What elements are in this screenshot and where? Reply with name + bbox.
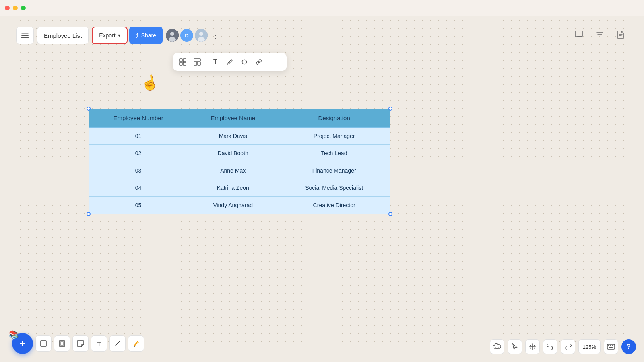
circle-tool-button[interactable] <box>238 56 251 68</box>
svg-point-7 <box>199 32 203 36</box>
selection-handle-tr[interactable] <box>388 107 392 111</box>
svg-point-4 <box>170 32 174 36</box>
cell-designation: Finance Manager <box>278 162 390 179</box>
selection-handle-br[interactable] <box>388 212 392 216</box>
pan-button[interactable] <box>525 339 540 354</box>
avatar-group: D ⋮ <box>166 29 222 42</box>
selection-handle-tl[interactable] <box>87 107 91 111</box>
svg-rect-17 <box>41 341 46 346</box>
help-icon: ? <box>627 343 631 350</box>
svg-point-8 <box>198 37 205 42</box>
more-tools-button[interactable]: ⋮ <box>270 56 283 68</box>
sticker-badge-icon: 📚 <box>9 330 19 339</box>
sticky-note-tool-button[interactable] <box>72 335 89 352</box>
table-row: 01 Mark Davis Project Manager <box>89 128 390 145</box>
table-grid-button[interactable] <box>176 56 189 68</box>
table-row: 05 Vindy Angharad Creative Director <box>89 197 390 214</box>
header-toolbar: Employee List Export ▾ ⤴ Share D <box>16 24 628 47</box>
svg-rect-13 <box>194 59 200 61</box>
toolbar-divider-2 <box>268 58 268 66</box>
cloud-save-button[interactable] <box>490 339 504 354</box>
svg-rect-1 <box>21 35 29 36</box>
selection-handle-bl[interactable] <box>87 212 91 216</box>
redo-button[interactable] <box>561 339 575 354</box>
text-tool-button[interactable]: T <box>209 56 222 68</box>
cell-name: Anne Max <box>188 162 278 179</box>
menu-button[interactable] <box>16 27 34 44</box>
draw-tool-button[interactable] <box>223 56 236 68</box>
avatar-user1 <box>166 29 179 42</box>
table-container: Employee Number Employee Name Designatio… <box>89 109 390 214</box>
table-row: 03 Anne Max Finance Manager <box>89 162 390 179</box>
cell-designation: Tech Lead <box>278 145 390 162</box>
cell-designation: Social Media Specialist <box>278 179 390 197</box>
window-chrome <box>0 0 644 16</box>
line-tool-button[interactable] <box>109 335 126 352</box>
cell-number: 03 <box>89 162 188 179</box>
header-designation: Designation <box>278 109 390 128</box>
zoom-level: 125% <box>578 339 601 354</box>
svg-rect-22 <box>607 344 615 349</box>
cell-number: 02 <box>89 145 188 162</box>
share-button[interactable]: ⤴ Share <box>129 27 163 44</box>
svg-rect-18 <box>59 341 65 346</box>
cell-number: 01 <box>89 128 188 145</box>
svg-rect-19 <box>60 342 64 345</box>
more-options-button[interactable]: ⋮ <box>209 29 222 42</box>
cell-name: David Booth <box>188 145 278 162</box>
header-employee-number: Employee Number <box>89 109 188 128</box>
cell-number: 04 <box>89 179 188 197</box>
svg-rect-25 <box>612 345 613 346</box>
window-close-dot[interactable] <box>5 6 10 10</box>
doc-button[interactable] <box>613 27 628 42</box>
help-button[interactable]: ? <box>621 339 636 354</box>
cursor-pointer: ☝ <box>140 73 161 93</box>
bottom-right-controls: 125% ? <box>490 339 636 354</box>
rectangle-tool-button[interactable] <box>35 335 52 352</box>
text-insert-icon: T <box>97 340 101 347</box>
fab-wrapper: 📚 + <box>12 333 33 354</box>
text-insert-button[interactable]: T <box>91 335 107 352</box>
bottom-toolbar: 📚 + T <box>12 333 144 354</box>
svg-line-20 <box>115 341 120 346</box>
employee-table: Employee Number Employee Name Designatio… <box>89 109 390 214</box>
text-tool-icon: T <box>213 58 217 66</box>
chat-button[interactable] <box>572 27 586 42</box>
export-button[interactable]: Export ▾ <box>92 27 127 44</box>
export-label: Export <box>99 32 115 39</box>
svg-rect-24 <box>610 345 611 346</box>
keyboard-shortcuts-button[interactable] <box>604 339 618 354</box>
more-tools-icon: ⋮ <box>273 58 281 66</box>
svg-rect-12 <box>183 62 186 65</box>
undo-button[interactable] <box>543 339 557 354</box>
cell-designation: Creative Director <box>278 197 390 214</box>
export-chevron-icon: ▾ <box>118 33 120 38</box>
window-minimize-dot[interactable] <box>13 6 18 10</box>
share-icon: ⤴ <box>136 32 139 39</box>
pointer-button[interactable] <box>508 339 522 354</box>
canvas: Employee List Export ▾ ⤴ Share D <box>0 16 644 362</box>
table-header-row: Employee Number Employee Name Designatio… <box>89 109 390 128</box>
svg-rect-23 <box>608 345 609 346</box>
svg-rect-11 <box>180 62 182 65</box>
window-maximize-dot[interactable] <box>21 6 26 10</box>
cell-number: 05 <box>89 197 188 214</box>
table-row: 04 Katrina Zeon Social Media Specialist <box>89 179 390 197</box>
svg-rect-10 <box>183 59 186 62</box>
link-tool-button[interactable] <box>252 56 265 68</box>
svg-rect-14 <box>194 62 197 65</box>
svg-rect-0 <box>21 33 29 34</box>
filter-button[interactable] <box>592 27 607 42</box>
svg-rect-15 <box>198 62 200 65</box>
table-layout-button[interactable] <box>191 56 204 68</box>
frame-tool-button[interactable] <box>54 335 70 352</box>
floating-toolbar: T ⋮ <box>173 53 287 71</box>
avatar-user2 <box>195 29 208 42</box>
svg-rect-9 <box>180 59 182 62</box>
add-icon: + <box>19 337 26 350</box>
cell-name: Katrina Zeon <box>188 179 278 197</box>
highlight-tool-button[interactable] <box>128 335 144 352</box>
cell-designation: Project Manager <box>278 128 390 145</box>
right-icons <box>572 27 628 42</box>
table-row: 02 David Booth Tech Lead <box>89 145 390 162</box>
